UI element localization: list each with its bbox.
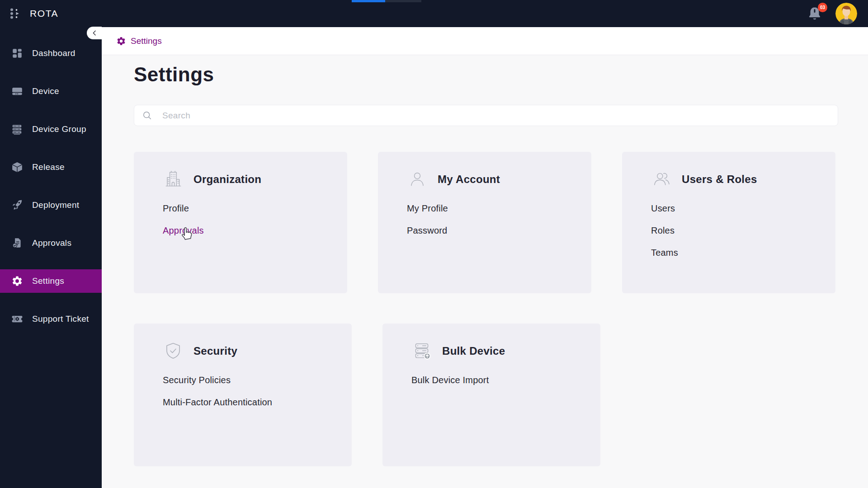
avatar-image xyxy=(835,3,857,24)
card-security: Security Security Policies Multi-Factor … xyxy=(134,324,352,466)
link-my-profile[interactable]: My Profile xyxy=(407,203,448,214)
card-head: Bulk Device xyxy=(411,341,588,361)
release-icon xyxy=(11,161,23,173)
search-icon xyxy=(142,111,152,121)
content-header: Settings xyxy=(102,27,868,55)
card-head: Organization xyxy=(163,169,335,190)
user-icon xyxy=(407,169,428,190)
deployment-rocket-icon xyxy=(11,199,23,211)
sidebar-item-label: Settings xyxy=(32,276,64,286)
shield-check-icon xyxy=(163,341,184,361)
card-head: Security xyxy=(163,341,339,361)
notification-badge: 03 xyxy=(818,3,827,12)
sidebar-collapse-button[interactable] xyxy=(87,27,102,39)
server-upload-icon xyxy=(411,341,432,361)
building-icon xyxy=(163,169,184,190)
users-icon xyxy=(651,169,672,190)
card-title: Users & Roles xyxy=(682,173,757,186)
card-head: Users & Roles xyxy=(651,169,823,190)
card-title: Organization xyxy=(193,173,261,186)
top-bar: ROTA 03 xyxy=(0,0,868,27)
search-input[interactable] xyxy=(161,110,830,121)
breadcrumb[interactable]: Settings xyxy=(116,36,162,46)
top-blue-strip xyxy=(352,0,385,2)
link-roles[interactable]: Roles xyxy=(651,225,675,236)
card-organization: Organization Profile Approvals xyxy=(134,152,347,293)
topbar-right: 03 xyxy=(807,3,868,24)
card-title: Security xyxy=(193,345,237,357)
link-approvals[interactable]: Approvals xyxy=(163,225,204,236)
card-links: Profile Approvals xyxy=(163,203,335,236)
sidebar: Dashboard Device xyxy=(0,27,102,488)
sidebar-item-support-ticket[interactable]: Support Ticket xyxy=(0,300,102,338)
chevron-left-icon xyxy=(91,29,98,37)
top-gray-strip xyxy=(385,0,421,2)
link-profile[interactable]: Profile xyxy=(163,203,189,214)
card-links: Security Policies Multi-Factor Authentic… xyxy=(163,375,339,408)
settings-gear-icon xyxy=(11,275,23,287)
link-security-policies[interactable]: Security Policies xyxy=(163,375,231,385)
device-icon xyxy=(11,85,23,97)
sidebar-item-label: Device Group xyxy=(32,124,86,134)
settings-cards: Organization Profile Approvals xyxy=(134,152,838,466)
search-box xyxy=(134,105,838,126)
rota-logo-icon xyxy=(9,7,23,20)
card-links: My Profile Password xyxy=(407,203,579,236)
sidebar-item-label: Support Ticket xyxy=(32,314,89,324)
approvals-icon xyxy=(11,237,23,249)
card-my-account: My Account My Profile Password xyxy=(378,152,591,293)
sidebar-item-label: Dashboard xyxy=(32,48,75,58)
card-links: Bulk Device Import xyxy=(411,375,588,385)
device-group-icon xyxy=(11,123,23,135)
sidebar-item-label: Device xyxy=(32,86,59,96)
sidebar-item-label: Deployment xyxy=(32,200,79,210)
cards-row-2: Security Security Policies Multi-Factor … xyxy=(134,324,838,466)
link-users[interactable]: Users xyxy=(651,203,675,214)
support-ticket-icon xyxy=(11,313,23,325)
card-bulk-device: Bulk Device Bulk Device Import xyxy=(382,324,600,466)
dashboard-icon xyxy=(11,47,23,59)
card-links: Users Roles Teams xyxy=(651,203,823,258)
link-bulk-device-import[interactable]: Bulk Device Import xyxy=(411,375,489,385)
card-title: My Account xyxy=(438,173,500,186)
cards-row-1: Organization Profile Approvals xyxy=(134,152,838,293)
link-password[interactable]: Password xyxy=(407,225,447,236)
card-users-roles: Users & Roles Users Roles Teams xyxy=(622,152,835,293)
sidebar-item-device-group[interactable]: Device Group xyxy=(0,110,102,148)
gear-icon xyxy=(116,36,126,46)
content-area: Settings Settings xyxy=(102,27,868,488)
breadcrumb-label: Settings xyxy=(131,36,162,46)
sidebar-item-release[interactable]: Release xyxy=(0,148,102,186)
link-mfa[interactable]: Multi-Factor Authentication xyxy=(163,397,272,408)
card-head: My Account xyxy=(407,169,579,190)
brand: ROTA xyxy=(0,7,95,20)
sidebar-item-device[interactable]: Device xyxy=(0,72,102,110)
sidebar-item-dashboard[interactable]: Dashboard xyxy=(0,34,102,72)
notification-bell-button[interactable]: 03 xyxy=(807,5,823,23)
sidebar-item-settings[interactable]: Settings xyxy=(0,269,102,293)
sidebar-item-label: Release xyxy=(32,162,65,172)
sidebar-item-label: Approvals xyxy=(32,238,71,248)
sidebar-item-approvals[interactable]: Approvals xyxy=(0,224,102,262)
sidebar-nav: Dashboard Device xyxy=(0,27,102,338)
page-title: Settings xyxy=(134,63,838,86)
link-teams[interactable]: Teams xyxy=(651,248,678,258)
sidebar-item-deployment[interactable]: Deployment xyxy=(0,186,102,224)
main: Settings xyxy=(102,55,868,466)
user-avatar[interactable] xyxy=(835,3,857,24)
card-title: Bulk Device xyxy=(442,345,505,357)
brand-name: ROTA xyxy=(30,8,58,19)
